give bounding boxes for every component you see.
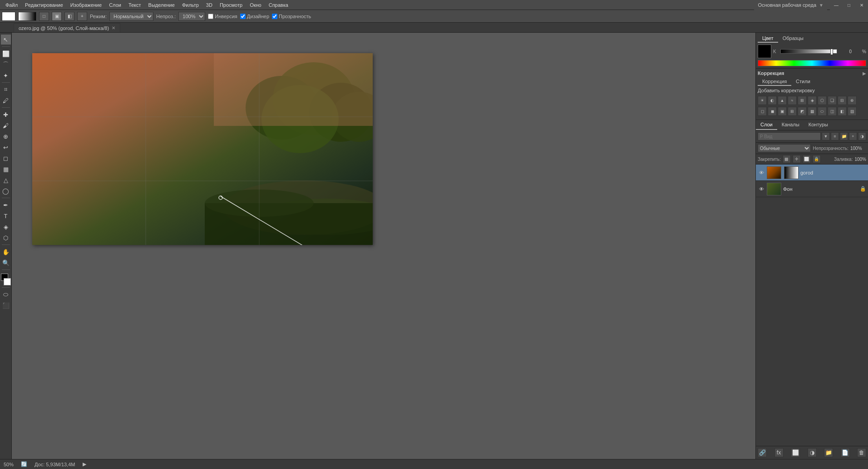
corr-icon-split[interactable]: ◫	[828, 107, 837, 116]
layers-filter-icon[interactable]: ▼	[822, 132, 830, 140]
opt-btn-3[interactable]: ◧	[64, 12, 74, 21]
corr-icon-brightness[interactable]: ☀	[758, 96, 767, 105]
menu-help[interactable]: Справка	[265, 1, 292, 9]
workspace-arrow[interactable]: ▼	[819, 3, 824, 8]
layer-effects-btn[interactable]: fx	[774, 448, 784, 457]
menu-image[interactable]: Изображение	[67, 1, 105, 9]
tool-shape[interactable]: ⬡	[1, 233, 11, 243]
tool-type[interactable]: T	[1, 211, 11, 221]
invert-check[interactable]: Инверсия	[208, 14, 237, 19]
tool-crop[interactable]: ⌗	[1, 85, 11, 95]
tool-healing[interactable]: ✚	[1, 110, 11, 120]
tool-gradient[interactable]: ▦	[1, 164, 11, 174]
corr-icon-mask-1[interactable]: ◧	[838, 107, 847, 116]
corr-icon-channel-mixer[interactable]: ◻	[758, 107, 767, 116]
blend-mode-select[interactable]: Обычные	[758, 144, 811, 152]
transparency-checkbox[interactable]	[272, 14, 277, 19]
minimize-btn[interactable]: —	[830, 0, 843, 10]
menu-select[interactable]: Выделение	[145, 1, 178, 9]
layers-new-group-icon[interactable]: 📁	[840, 132, 848, 140]
tool-blur[interactable]: △	[1, 175, 11, 185]
tool-lasso[interactable]: ⌒	[1, 60, 11, 70]
lock-artboards-icon[interactable]: ⬜	[803, 155, 811, 163]
close-btn[interactable]: ✕	[855, 0, 868, 10]
corr-icon-exposure[interactable]: ⊞	[798, 96, 807, 105]
new-layer-btn[interactable]: 📄	[841, 448, 850, 457]
corr-icon-contrast[interactable]: ◐	[768, 96, 777, 105]
color-preview[interactable]	[758, 45, 771, 58]
tab-styles[interactable]: Стили	[791, 78, 815, 86]
brush-preset[interactable]	[2, 12, 15, 21]
tool-eyedropper[interactable]: 🖊	[1, 95, 11, 105]
corr-icon-selective-color[interactable]: ⬭	[818, 107, 827, 116]
k-slider[interactable]	[780, 49, 837, 54]
menu-file[interactable]: Файл	[2, 1, 21, 9]
design-check[interactable]: Дизайнер	[240, 14, 269, 19]
corr-icon-photo-filter[interactable]: ⊕	[848, 96, 857, 105]
corr-icon-curves[interactable]: ≈	[788, 96, 797, 105]
transparency-check[interactable]: Прозрачность	[272, 14, 311, 19]
tool-move[interactable]: ↖	[1, 35, 11, 45]
layers-new-layer-icon[interactable]: +	[849, 132, 857, 140]
tab-channels[interactable]: Каналы	[777, 120, 804, 130]
tab-layers[interactable]: Слои	[756, 120, 777, 130]
delete-layer-btn[interactable]: 🗑	[857, 448, 866, 457]
tool-quick-mask[interactable]: ⬭	[1, 289, 11, 299]
layers-search-input[interactable]	[758, 132, 821, 140]
layer-background[interactable]: 👁 Фон 🔒	[756, 181, 868, 197]
corr-icon-bw[interactable]: ⊟	[838, 96, 847, 105]
tool-magic-wand[interactable]: ✦	[1, 70, 11, 80]
invert-checkbox[interactable]	[208, 14, 213, 19]
corr-icon-levels[interactable]: ▲	[778, 96, 787, 105]
menu-filter[interactable]: Фильтр	[178, 1, 202, 9]
add-mask-btn[interactable]: ⬜	[791, 448, 800, 457]
menu-edit[interactable]: Редактирование	[21, 1, 67, 9]
tool-history-brush[interactable]: ↩	[1, 142, 11, 152]
menu-window[interactable]: Окно	[246, 1, 265, 9]
color-spectrum[interactable]	[758, 60, 866, 66]
tool-screen-mode[interactable]: ⬛	[1, 300, 11, 310]
tab-paths[interactable]: Контуры	[804, 120, 833, 130]
opt-btn-1[interactable]: □	[39, 12, 49, 21]
canvas-area[interactable]	[12, 33, 755, 459]
corr-icon-color-lookup[interactable]: ◼	[768, 107, 777, 116]
lock-all-icon[interactable]: 🔒	[813, 155, 821, 163]
background-color[interactable]	[4, 278, 11, 285]
tab-swatches[interactable]: Образцы	[778, 35, 808, 43]
corr-icon-mask-2[interactable]: ▨	[848, 107, 857, 116]
layers-adjustment-icon[interactable]: ◑	[858, 132, 866, 140]
tool-marquee[interactable]: ⬜	[1, 49, 11, 59]
menu-layers[interactable]: Слои	[105, 1, 125, 9]
corr-icon-threshold[interactable]: ◩	[798, 107, 807, 116]
corr-icon-posterize[interactable]: ⊞	[788, 107, 797, 116]
tool-dodge[interactable]: ◯	[1, 186, 11, 196]
menu-view[interactable]: Просмотр	[216, 1, 246, 9]
layer-background-visibility[interactable]: 👁	[758, 185, 765, 193]
corr-icon-color-balance[interactable]: ❏	[828, 96, 837, 105]
menu-3d[interactable]: 3D	[202, 1, 216, 9]
tool-hand[interactable]: ✋	[1, 247, 11, 257]
new-group-btn[interactable]: 📁	[824, 448, 833, 457]
tool-path-selection[interactable]: ◈	[1, 222, 11, 232]
link-layers-btn[interactable]: 🔗	[758, 448, 767, 457]
corr-icon-vibrance[interactable]: ◈	[808, 96, 817, 105]
corr-icon-hsl[interactable]: ⬡	[818, 96, 827, 105]
corr-icon-gradient-map[interactable]: ▦	[808, 107, 817, 116]
tool-pen[interactable]: ✒	[1, 200, 11, 210]
mode-select[interactable]: Нормальный	[109, 12, 153, 21]
brush-color[interactable]	[18, 12, 36, 21]
layers-menu-icon[interactable]: ≡	[831, 132, 839, 140]
layer-gorod[interactable]: 👁 gorod	[756, 165, 868, 181]
lock-pixels-icon[interactable]: ▩	[783, 155, 791, 163]
layer-gorod-visibility[interactable]: 👁	[758, 169, 765, 176]
tab-close-icon[interactable]: ✕	[112, 25, 115, 30]
tab-document[interactable]: ozero.jpg @ 50% (gorod, Слой-маска/8) ✕	[14, 23, 120, 32]
new-adjustment-btn[interactable]: ◑	[808, 448, 817, 457]
opt-btn-2[interactable]: ▣	[52, 12, 62, 21]
tool-zoom[interactable]: 🔍	[1, 258, 11, 268]
lock-position-icon[interactable]: ✛	[793, 155, 801, 163]
design-checkbox[interactable]	[240, 14, 246, 19]
tab-correction[interactable]: Коррекция	[758, 78, 791, 86]
tab-color[interactable]: Цвет	[758, 35, 778, 43]
opacity-select[interactable]: 100%	[178, 12, 205, 21]
